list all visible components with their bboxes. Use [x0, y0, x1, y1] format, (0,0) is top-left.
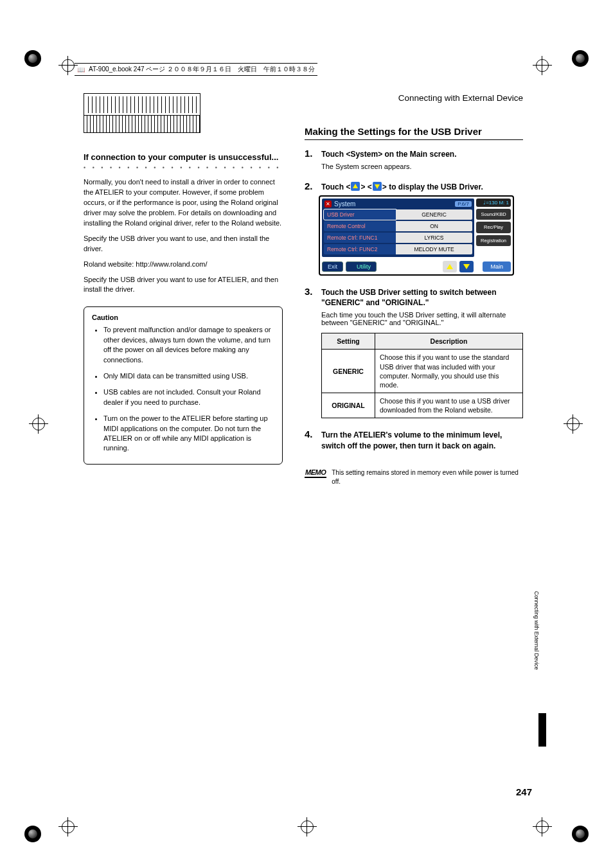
content-area: If connection to your computer is unsucc…	[84, 93, 529, 791]
caution-box: Caution To prevent malfunction and/or da…	[84, 306, 283, 464]
row-label: Remote Ctrl: FUNC2	[324, 244, 396, 254]
side-tab: Sound/KBD	[476, 209, 511, 220]
row-value: ON	[396, 221, 472, 231]
utility-button: Utility	[346, 261, 377, 272]
keyboard-illustration	[84, 93, 200, 133]
registration-mark-icon	[32, 418, 45, 430]
text: > to display the USB Driver.	[382, 182, 483, 191]
table-cell: ORIGINAL	[322, 393, 375, 418]
page-number: 247	[516, 786, 532, 797]
up-arrow-icon	[351, 182, 360, 191]
crop-mark-icon	[24, 826, 41, 842]
memo-note: MEMO This setting remains stored in memo…	[305, 468, 523, 486]
registration-mark-icon	[62, 59, 75, 72]
memo-icon: MEMO	[305, 468, 326, 478]
row-value: MELODY MUTE	[396, 244, 472, 254]
caution-title: Caution	[92, 314, 274, 321]
down-arrow-icon	[373, 182, 382, 191]
crop-mark-icon	[572, 826, 589, 842]
thumb-tab	[538, 713, 546, 747]
step-number: 2	[305, 181, 313, 191]
left-heading: If connection to your computer is unsucc…	[84, 152, 283, 162]
step-3: 3 Touch the USB Driver setting to switch…	[305, 287, 523, 419]
down-arrow-icon	[459, 261, 474, 272]
paragraph: Specify the USB driver you want to use, …	[84, 234, 283, 254]
caution-item: Turn on the power to the ATELIER before …	[103, 414, 274, 454]
step-body: The System screen appears.	[321, 163, 523, 170]
crop-mark-icon	[24, 50, 41, 67]
step-body: Each time you touch the USB Driver setti…	[321, 311, 523, 326]
page-indicator: P.6/7	[455, 201, 472, 207]
step-title: Touch the USB Driver setting to switch b…	[321, 287, 523, 309]
paragraph: Specify the USB driver you want to use f…	[84, 275, 283, 296]
table-cell: GENERIC	[322, 350, 375, 393]
registration-mark-icon	[536, 59, 549, 72]
registration-mark-icon	[62, 820, 75, 833]
setting-row: Remote Ctrl: FUNC1LYRICS	[324, 233, 472, 243]
manual-page: 📖 AT-900_e.book 247 ページ ２００８年９月１６日 火曜日 午…	[0, 0, 613, 868]
book-icon: 📖	[77, 66, 85, 73]
text: > <	[360, 182, 371, 191]
side-tab: Registration	[476, 235, 511, 247]
paragraph: Roland website: http://www.roland.com/	[84, 260, 283, 270]
header-text: AT-900_e.book 247 ページ ２００８年９月１６日 火曜日 午前１…	[89, 65, 315, 74]
table-header: Description	[375, 333, 523, 350]
step-title: Touch <> <> to display the USB Driver.	[321, 182, 523, 193]
paragraph: Normally, you don't need to install a dr…	[84, 177, 283, 229]
table-cell: Choose this if you want to use a USB dri…	[375, 393, 523, 418]
caution-item: Only MIDI data can be transmitted using …	[103, 371, 274, 381]
screen-title: System	[334, 200, 452, 208]
step-title: Turn the ATELIER's volume to the minimum…	[321, 430, 523, 452]
caution-item: USB cables are not included. Consult you…	[103, 387, 274, 407]
side-tab: Rec/Play	[476, 222, 511, 233]
row-label: USB Driver	[324, 209, 396, 220]
registration-mark-icon	[536, 820, 549, 833]
main-button: Main	[483, 261, 511, 272]
step-title: Touch <System> on the Main screen.	[321, 149, 523, 160]
setting-row: USB DriverGENERIC	[324, 209, 472, 220]
table-header: Setting	[322, 333, 375, 350]
step-number: 3	[305, 286, 313, 297]
section-title: Making the Settings for the USB Driver	[305, 126, 523, 140]
print-header: 📖 AT-900_e.book 247 ページ ２００８年９月１６日 火曜日 午…	[75, 63, 317, 76]
up-arrow-icon	[443, 261, 457, 272]
chapter-title: Connecting with External Device	[305, 93, 523, 103]
close-icon: ✕	[324, 200, 332, 208]
step-4: 4 Turn the ATELIER's volume to the minim…	[305, 430, 523, 452]
step-number: 1	[305, 148, 313, 159]
setting-row: Remote ControlON	[324, 221, 472, 231]
side-chapter-label: Connecting with External Device	[533, 591, 540, 669]
caution-item: To prevent malfunction and/or damage to …	[103, 325, 274, 365]
step-number: 4	[305, 429, 313, 439]
exit-button: Exit	[322, 261, 343, 272]
divider-dots: • • • • • • • • • • • • • • • • • • • • …	[84, 164, 283, 171]
memo-text: This setting remains stored in memory ev…	[332, 468, 523, 486]
right-column: Connecting with External Device Making t…	[305, 93, 523, 791]
registration-mark-icon	[301, 820, 314, 833]
setting-row: Remote Ctrl: FUNC2MELODY MUTE	[324, 244, 472, 254]
registration-mark-icon	[567, 418, 580, 430]
row-value: GENERIC	[396, 209, 472, 220]
step-2: 2 Touch <> <> to display the USB Driver.…	[305, 182, 523, 276]
settings-table: SettingDescription GENERICChoose this if…	[321, 333, 523, 418]
left-column: If connection to your computer is unsucc…	[84, 93, 283, 791]
row-value: LYRICS	[396, 233, 472, 243]
table-cell: Choose this if you want to use the stand…	[375, 350, 523, 393]
system-screenshot: ✕ System P.6/7 USB DriverGENERIC Remote …	[319, 195, 514, 276]
row-label: Remote Ctrl: FUNC1	[324, 233, 396, 243]
tempo-display: ♩=130 M: 1	[476, 199, 511, 207]
text: Touch <	[321, 182, 350, 191]
row-label: Remote Control	[324, 221, 396, 231]
crop-mark-icon	[572, 50, 589, 67]
step-1: 1 Touch <System> on the Main screen. The…	[305, 149, 523, 170]
